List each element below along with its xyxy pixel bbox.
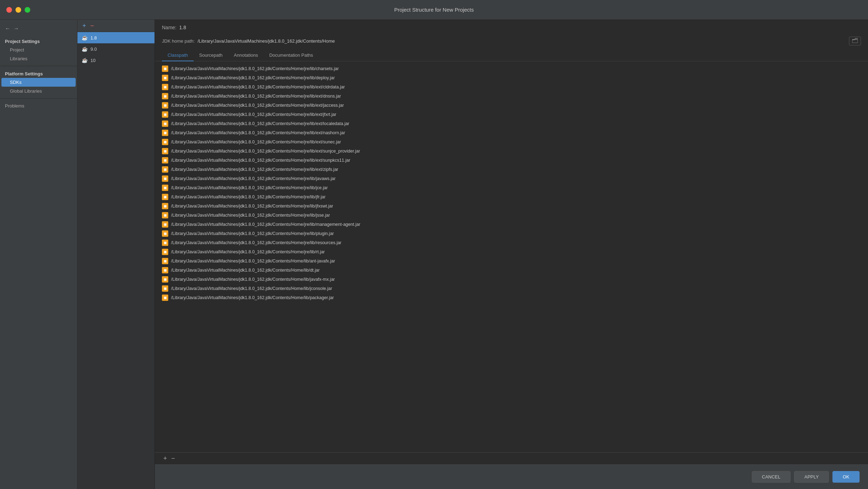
jar-icon: ▣ — [162, 139, 168, 145]
cancel-button[interactable]: CANCEL — [752, 471, 791, 483]
tab-sourcepath[interactable]: Sourcepath — [194, 50, 228, 61]
sdk-toolbar: + − — [77, 20, 155, 32]
jar-icon: ▣ — [162, 166, 168, 173]
tabs-bar: ClasspathSourcepathAnnotationsDocumentat… — [155, 50, 868, 61]
file-item[interactable]: ▣/Library/Java/JavaVirtualMachines/jdk1.… — [155, 119, 868, 128]
file-item[interactable]: ▣/Library/Java/JavaVirtualMachines/jdk1.… — [155, 293, 868, 302]
file-path: /Library/Java/JavaVirtualMachines/jdk1.8… — [171, 130, 345, 135]
file-path: /Library/Java/JavaVirtualMachines/jdk1.8… — [171, 268, 320, 273]
file-path: /Library/Java/JavaVirtualMachines/jdk1.8… — [171, 75, 335, 80]
file-item[interactable]: ▣/Library/Java/JavaVirtualMachines/jdk1.… — [155, 256, 868, 266]
file-item[interactable]: ▣/Library/Java/JavaVirtualMachines/jdk1.… — [155, 92, 868, 101]
file-item[interactable]: ▣/Library/Java/JavaVirtualMachines/jdk1.… — [155, 110, 868, 119]
file-path: /Library/Java/JavaVirtualMachines/jdk1.8… — [171, 158, 350, 163]
file-path: /Library/Java/JavaVirtualMachines/jdk1.8… — [171, 194, 326, 199]
jar-icon: ▣ — [162, 221, 168, 228]
name-label: Name: — [162, 25, 176, 30]
browse-path-button[interactable] — [849, 37, 861, 45]
minimize-button[interactable] — [15, 7, 21, 13]
file-item[interactable]: ▣/Library/Java/JavaVirtualMachines/jdk1.… — [155, 183, 868, 192]
forward-button[interactable]: → — [13, 25, 19, 32]
nav-arrows: ← → — [0, 23, 77, 37]
file-path: /Library/Java/JavaVirtualMachines/jdk1.8… — [171, 277, 335, 282]
file-item[interactable]: ▣/Library/Java/JavaVirtualMachines/jdk1.… — [155, 82, 868, 92]
apply-button[interactable]: APPLY — [794, 471, 829, 483]
file-item[interactable]: ▣/Library/Java/JavaVirtualMachines/jdk1.… — [155, 229, 868, 238]
maximize-button[interactable] — [25, 7, 30, 13]
file-path: /Library/Java/JavaVirtualMachines/jdk1.8… — [171, 222, 360, 227]
sdk-label: 1.8 — [90, 35, 97, 41]
file-path: /Library/Java/JavaVirtualMachines/jdk1.8… — [171, 149, 360, 154]
file-item[interactable]: ▣/Library/Java/JavaVirtualMachines/jdk1.… — [155, 192, 868, 202]
file-path: /Library/Java/JavaVirtualMachines/jdk1.8… — [171, 240, 341, 245]
add-sdk-button[interactable]: + — [81, 23, 88, 29]
jar-icon: ▣ — [162, 175, 168, 182]
jar-icon: ▣ — [162, 120, 168, 127]
jdk-path-value: /Library/Java/JavaVirtualMachines/jdk1.8… — [197, 38, 846, 44]
file-path: /Library/Java/JavaVirtualMachines/jdk1.8… — [171, 231, 334, 236]
file-item[interactable]: ▣/Library/Java/JavaVirtualMachines/jdk1.… — [155, 220, 868, 229]
java-icon: ☕ — [82, 46, 88, 52]
project-settings-header: Project Settings — [0, 37, 77, 45]
sdk-list-item[interactable]: ☕10 — [77, 55, 155, 66]
sdk-list-item[interactable]: ☕9.0 — [77, 43, 155, 55]
file-item[interactable]: ▣/Library/Java/JavaVirtualMachines/jdk1.… — [155, 284, 868, 293]
file-item[interactable]: ▣/Library/Java/JavaVirtualMachines/jdk1.… — [155, 137, 868, 147]
traffic-lights — [6, 7, 30, 13]
tab-classpath[interactable]: Classpath — [162, 50, 194, 61]
file-item[interactable]: ▣/Library/Java/JavaVirtualMachines/jdk1.… — [155, 275, 868, 284]
tab-annotations[interactable]: Annotations — [228, 50, 264, 61]
close-button[interactable] — [6, 7, 12, 13]
file-path: /Library/Java/JavaVirtualMachines/jdk1.8… — [171, 121, 349, 126]
name-value: 1.8 — [179, 25, 186, 30]
file-item[interactable]: ▣/Library/Java/JavaVirtualMachines/jdk1.… — [155, 156, 868, 165]
file-list-container[interactable]: ▣/Library/Java/JavaVirtualMachines/jdk1.… — [155, 61, 868, 452]
file-path: /Library/Java/JavaVirtualMachines/jdk1.8… — [171, 66, 339, 71]
file-item[interactable]: ▣/Library/Java/JavaVirtualMachines/jdk1.… — [155, 202, 868, 211]
file-item[interactable]: ▣/Library/Java/JavaVirtualMachines/jdk1.… — [155, 247, 868, 256]
sdk-list-item[interactable]: ☕1.8 — [77, 32, 155, 43]
sidebar-item-problems[interactable]: Problems — [0, 101, 77, 110]
file-item[interactable]: ▣/Library/Java/JavaVirtualMachines/jdk1.… — [155, 128, 868, 137]
tab-documentation-paths[interactable]: Documentation Paths — [264, 50, 319, 61]
sidebar-item-libraries[interactable]: Libraries — [0, 54, 77, 63]
file-item[interactable]: ▣/Library/Java/JavaVirtualMachines/jdk1.… — [155, 147, 868, 156]
file-path: /Library/Java/JavaVirtualMachines/jdk1.8… — [171, 94, 341, 99]
file-path: /Library/Java/JavaVirtualMachines/jdk1.8… — [171, 295, 334, 300]
detail-pane: Name: 1.8 JDK home path: /Library/Java/J… — [155, 20, 868, 489]
jar-icon: ▣ — [162, 230, 168, 237]
jar-icon: ▣ — [162, 84, 168, 90]
detail-header: Name: 1.8 — [155, 20, 868, 35]
remove-sdk-button[interactable]: − — [89, 23, 96, 29]
file-item[interactable]: ▣/Library/Java/JavaVirtualMachines/jdk1.… — [155, 211, 868, 220]
add-file-button[interactable]: + — [162, 455, 169, 462]
file-path: /Library/Java/JavaVirtualMachines/jdk1.8… — [171, 286, 332, 291]
file-item[interactable]: ▣/Library/Java/JavaVirtualMachines/jdk1.… — [155, 165, 868, 174]
file-path: /Library/Java/JavaVirtualMachines/jdk1.8… — [171, 140, 341, 144]
jar-icon: ▣ — [162, 240, 168, 246]
ok-button[interactable]: OK — [832, 471, 860, 483]
file-item[interactable]: ▣/Library/Java/JavaVirtualMachines/jdk1.… — [155, 64, 868, 73]
sidebar-item-project[interactable]: Project — [0, 45, 77, 54]
jar-icon: ▣ — [162, 75, 168, 81]
platform-settings-header: Platform Settings — [0, 69, 77, 78]
file-item[interactable]: ▣/Library/Java/JavaVirtualMachines/jdk1.… — [155, 266, 868, 275]
window-title: Project Structure for New Projects — [394, 7, 474, 13]
file-path: /Library/Java/JavaVirtualMachines/jdk1.8… — [171, 112, 336, 117]
jar-icon: ▣ — [162, 267, 168, 273]
sidebar-item-global-libraries[interactable]: Global Libraries — [0, 87, 77, 95]
file-item[interactable]: ▣/Library/Java/JavaVirtualMachines/jdk1.… — [155, 174, 868, 183]
file-item[interactable]: ▣/Library/Java/JavaVirtualMachines/jdk1.… — [155, 73, 868, 82]
file-item[interactable]: ▣/Library/Java/JavaVirtualMachines/jdk1.… — [155, 101, 868, 110]
back-button[interactable]: ← — [5, 25, 11, 32]
jar-icon: ▣ — [162, 66, 168, 72]
remove-file-button[interactable]: − — [170, 455, 177, 462]
jar-icon: ▣ — [162, 194, 168, 200]
titlebar: Project Structure for New Projects — [0, 0, 868, 20]
sidebar-item-sdks[interactable]: SDKs — [1, 78, 76, 87]
main-layout: ← → Project Settings Project Libraries P… — [0, 20, 868, 489]
jar-icon: ▣ — [162, 295, 168, 301]
sdk-label: 9.0 — [90, 47, 97, 52]
file-item[interactable]: ▣/Library/Java/JavaVirtualMachines/jdk1.… — [155, 238, 868, 247]
jar-icon: ▣ — [162, 249, 168, 255]
